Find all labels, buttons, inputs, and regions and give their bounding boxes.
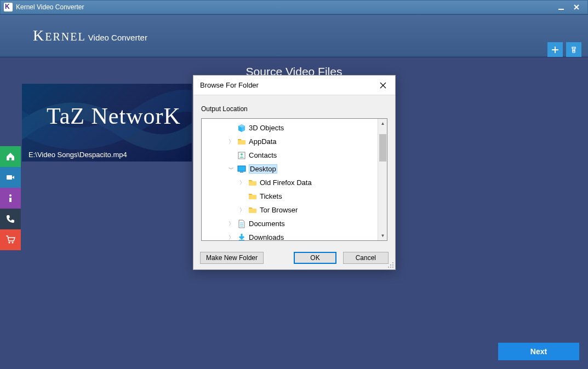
tree-item-label: Documents <box>249 220 285 228</box>
chevron-down-icon[interactable]: ﹀ <box>228 165 235 173</box>
folder-icon <box>248 206 258 215</box>
tree-item[interactable]: 3D Objects <box>202 121 378 135</box>
folder-tree-list[interactable]: 3D Objects〉AppDataContacts﹀Desktop〉Old F… <box>202 119 378 240</box>
tree-item[interactable]: 〉Tor Browser <box>202 203 378 217</box>
chevron-right-icon[interactable]: 〉 <box>239 206 246 214</box>
tree-item-label: Downloads <box>249 233 284 240</box>
folder-icon <box>248 178 258 187</box>
svg-rect-8 <box>238 166 246 171</box>
tree-item-label: Desktop <box>249 164 277 174</box>
sidebar-info-button[interactable] <box>0 188 21 209</box>
svg-rect-14 <box>239 240 244 241</box>
tree-item[interactable]: Tickets <box>202 189 378 203</box>
tree-item-label: AppData <box>249 137 277 146</box>
svg-point-16 <box>392 264 393 266</box>
sidebar-cart-button[interactable] <box>0 229 21 250</box>
svg-point-20 <box>388 267 389 268</box>
sidebar <box>0 146 21 250</box>
svg-point-7 <box>241 153 243 155</box>
tree-item-label: Old Firefox Data <box>260 178 312 187</box>
svg-rect-3 <box>9 198 12 202</box>
scroll-up-button[interactable]: ▲ <box>378 119 387 128</box>
header-bar: Kernel Video Converter <box>0 14 588 57</box>
tree-item-label: Contacts <box>249 151 277 159</box>
sidebar-video-button[interactable] <box>0 167 21 188</box>
tree-item[interactable]: ﹀Desktop <box>202 162 378 176</box>
main-area: Source Video Files TaZ NetworK E:\Video … <box>0 57 588 369</box>
download-icon <box>237 233 247 241</box>
scrollbar[interactable]: ▲ ▼ <box>378 119 387 240</box>
add-file-button[interactable] <box>547 42 563 57</box>
thumbnail-logo: TaZ NetworK <box>47 103 181 129</box>
make-new-folder-button[interactable]: Make New Folder <box>200 252 264 264</box>
svg-point-18 <box>392 267 393 268</box>
tree-item[interactable]: 〉Old Firefox Data <box>202 176 378 189</box>
next-button[interactable]: Next <box>498 343 579 360</box>
close-button[interactable] <box>569 2 584 13</box>
dialog-label: Output Location <box>193 95 395 118</box>
scroll-down-button[interactable]: ▼ <box>378 231 387 240</box>
folder-tree: 3D Objects〉AppDataContacts﹀Desktop〉Old F… <box>201 118 387 241</box>
svg-point-19 <box>390 267 391 268</box>
svg-rect-1 <box>7 175 12 180</box>
folder-icon <box>237 137 247 146</box>
tree-item-label: 3D Objects <box>249 124 284 132</box>
tree-item[interactable]: 〉Downloads <box>202 230 378 240</box>
sidebar-home-button[interactable] <box>0 146 21 167</box>
svg-point-4 <box>9 242 10 244</box>
chevron-right-icon[interactable]: 〉 <box>239 179 246 187</box>
thumbnail-caption: E:\Video Songs\Despacito.mp4 <box>28 151 127 159</box>
dialog-title: Browse For Folder <box>200 81 259 89</box>
tree-item[interactable]: Contacts <box>202 148 378 162</box>
svg-point-17 <box>390 264 391 266</box>
app-title: Kernel Video Converter <box>16 3 84 11</box>
minimize-button[interactable] <box>553 2 569 13</box>
sidebar-phone-button[interactable] <box>0 209 21 229</box>
titlebar: Kernel Video Converter <box>0 0 588 14</box>
tree-item[interactable]: 〉AppData <box>202 135 378 148</box>
brand-sub: Video Converter <box>88 33 147 42</box>
resize-grip-icon <box>387 262 394 268</box>
desktop-icon <box>237 165 247 174</box>
cancel-button[interactable]: Cancel <box>343 252 389 264</box>
chevron-right-icon[interactable]: 〉 <box>228 138 235 146</box>
chevron-right-icon[interactable]: 〉 <box>228 220 235 228</box>
delete-file-button[interactable] <box>566 42 581 57</box>
video-thumbnail[interactable]: TaZ NetworK <box>22 84 192 162</box>
svg-rect-10 <box>240 172 243 172</box>
brand: Kernel Video Converter <box>33 27 147 44</box>
doc-icon <box>237 220 247 228</box>
folder-icon <box>248 192 258 201</box>
svg-point-5 <box>12 242 14 244</box>
tree-item[interactable]: 〉Documents <box>202 217 378 230</box>
dialog-close-button[interactable] <box>378 80 389 91</box>
ok-button[interactable]: OK <box>294 252 336 264</box>
scroll-thumb[interactable] <box>379 134 386 162</box>
brand-kernel: Kernel <box>33 27 86 44</box>
browse-folder-dialog: Browse For Folder Output Location 3D Obj… <box>193 75 396 270</box>
svg-point-15 <box>392 262 393 263</box>
svg-point-2 <box>9 194 12 197</box>
app-icon <box>4 3 13 11</box>
tree-item-label: Tor Browser <box>260 206 298 214</box>
chevron-right-icon[interactable]: 〉 <box>228 234 235 241</box>
tree-item-label: Tickets <box>260 192 282 200</box>
3d-icon <box>237 124 247 132</box>
contacts-icon <box>237 151 247 160</box>
dialog-titlebar: Browse For Folder <box>193 76 395 95</box>
